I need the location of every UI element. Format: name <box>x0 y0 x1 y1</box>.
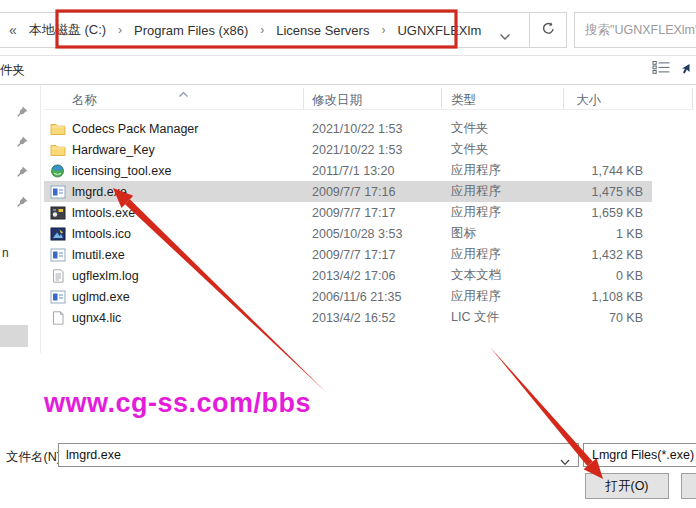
log-file-icon <box>50 268 66 283</box>
refresh-button[interactable] <box>529 12 567 48</box>
table-row[interactable]: ugflexlm.log2013/4/2 17:06文本文档0 KB <box>44 265 652 286</box>
file-date-cell: 2021/10/22 1:53 <box>312 122 402 136</box>
view-dropdown-arrow-icon[interactable] <box>677 61 691 79</box>
file-date-cell: 2009/7/7 17:17 <box>312 248 395 262</box>
file-name-cell: lmutil.exe <box>72 248 125 262</box>
file-type-cell: LIC 文件 <box>451 309 499 326</box>
search-input-text: 搜索"UGNXFLEXlm" <box>585 22 696 39</box>
file-size-cell: 0 KB <box>514 269 643 283</box>
pin-icon[interactable] <box>16 134 29 152</box>
column-separator[interactable] <box>563 88 564 110</box>
header-underline <box>44 109 694 110</box>
file-type-cell: 文本文档 <box>451 267 501 284</box>
file-name-cell: lmgrd.exe <box>72 185 127 199</box>
file-date-cell: 2009/7/7 17:16 <box>312 185 395 199</box>
file-name-cell: ugnx4.lic <box>72 311 121 325</box>
file-name-cell: Hardware_Key <box>72 143 155 157</box>
filename-input[interactable]: lmgrd.exe <box>58 443 579 467</box>
sidebar-selected-fragment[interactable] <box>0 325 28 347</box>
file-name-cell: Codecs Pack Manager <box>72 122 198 136</box>
breadcrumb: 本地磁盘 (C:)›Program Files (x86)›License Se… <box>17 21 481 39</box>
file-size-cell: 70 KB <box>514 311 643 325</box>
file-size-cell: 1,475 KB <box>514 185 643 199</box>
table-row[interactable]: ugnx4.lic2013/4/2 16:52LIC 文件70 KB <box>44 307 652 328</box>
file-date-cell: 2013/4/2 16:52 <box>312 311 395 325</box>
refresh-icon <box>541 21 556 40</box>
details-view-icon[interactable] <box>652 60 672 79</box>
file-size-cell: 1 KB <box>514 227 643 241</box>
breadcrumb-separator-icon: › <box>381 23 385 37</box>
file-name-cell: lmtools.exe <box>72 206 135 220</box>
table-row[interactable]: uglmd.exe2006/11/6 21:35应用程序1,108 KB <box>44 286 652 307</box>
file-type-cell: 图标 <box>451 225 476 242</box>
blank-file-icon <box>50 310 66 325</box>
table-row[interactable]: lmtools.exe2009/7/7 17:17应用程序1,659 KB <box>44 202 652 223</box>
table-row[interactable]: lmutil.exe2009/7/7 17:17应用程序1,432 KB <box>44 244 652 265</box>
column-header-name[interactable]: 名称 <box>72 92 97 109</box>
table-row[interactable]: licensing_tool.exe2011/7/1 13:20应用程序1,74… <box>44 160 652 181</box>
file-name-cell: uglmd.exe <box>72 290 130 304</box>
file-type-cell: 文件夹 <box>451 141 489 158</box>
column-separator[interactable] <box>303 88 304 110</box>
file-type-cell: 应用程序 <box>451 246 501 263</box>
search-input[interactable]: 搜索"UGNXFLEXlm" <box>574 12 696 48</box>
file-type-cell: 应用程序 <box>451 183 501 200</box>
open-file-dialog: « 本地磁盘 (C:)›Program Files (x86)›License … <box>0 0 696 508</box>
app-icon <box>50 184 66 199</box>
file-date-cell: 2009/7/7 17:17 <box>312 206 395 220</box>
filename-label: 文件名(N): <box>6 449 64 466</box>
file-type-cell: 应用程序 <box>451 288 501 305</box>
watermark: www.cg-ss.com/bbs <box>44 388 311 419</box>
file-date-cell: 2006/11/6 21:35 <box>312 290 401 304</box>
file-type-cell: 应用程序 <box>451 204 501 221</box>
column-header-date[interactable]: 修改日期 <box>312 92 362 109</box>
file-size-cell: 1,659 KB <box>514 206 643 220</box>
breadcrumb-item[interactable]: UGNXFLEXlm <box>397 23 481 38</box>
pin-icon[interactable] <box>16 164 29 182</box>
file-table: Codecs Pack Manager2021/10/22 1:53文件夹Har… <box>44 118 652 328</box>
table-row[interactable]: Codecs Pack Manager2021/10/22 1:53文件夹 <box>44 118 652 139</box>
table-row[interactable]: Hardware_Key2021/10/22 1:53文件夹 <box>44 139 652 160</box>
toolbar-divider <box>0 84 696 85</box>
breadcrumb-item[interactable]: 本地磁盘 (C:) <box>29 21 106 39</box>
toolbar <box>0 56 696 84</box>
filename-dropdown-chevron-icon[interactable] <box>560 452 570 470</box>
table-row[interactable]: lmgrd.exe2009/7/7 17:16应用程序1,475 KB <box>44 181 652 202</box>
breadcrumb-item[interactable]: Program Files (x86) <box>134 23 248 38</box>
file-size-cell: 1,108 KB <box>514 290 643 304</box>
column-header-size[interactable]: 大小 <box>576 92 601 109</box>
filetype-value: Lmgrd Files(*.exe) <box>592 448 694 462</box>
file-type-cell: 应用程序 <box>451 162 501 179</box>
column-separator[interactable] <box>441 88 442 110</box>
tool-app-icon <box>50 205 66 220</box>
new-folder-button-partial[interactable]: 件夹 <box>0 62 25 79</box>
file-name-cell: lmtools.ico <box>72 227 131 241</box>
pin-icon[interactable] <box>16 194 29 212</box>
file-type-cell: 文件夹 <box>451 120 489 137</box>
file-date-cell: 2011/7/1 13:20 <box>312 164 394 178</box>
filetype-select[interactable]: Lmgrd Files(*.exe) <box>583 443 696 467</box>
folder-icon <box>50 142 66 157</box>
file-name-cell: licensing_tool.exe <box>72 164 171 178</box>
nav-pane-divider <box>40 85 41 353</box>
app-icon <box>50 247 66 262</box>
address-bar[interactable]: « 本地磁盘 (C:)›Program Files (x86)›License … <box>0 12 530 48</box>
breadcrumb-separator-icon: › <box>260 23 264 37</box>
breadcrumb-collapse-icon[interactable]: « <box>9 22 17 38</box>
open-button[interactable]: 打开(O) <box>585 473 669 499</box>
breadcrumb-separator-icon: › <box>118 23 122 37</box>
file-date-cell: 2005/10/28 3:53 <box>312 227 402 241</box>
folder-icon <box>50 121 66 136</box>
address-dropdown-chevron-icon[interactable] <box>499 27 511 45</box>
column-header-type[interactable]: 类型 <box>451 92 476 109</box>
breadcrumb-item[interactable]: License Servers <box>276 23 369 38</box>
pin-icon[interactable] <box>16 104 29 122</box>
cancel-button-partial[interactable] <box>681 473 696 499</box>
column-separator[interactable] <box>692 88 693 110</box>
image-icon <box>50 226 66 241</box>
file-date-cell: 2021/10/22 1:53 <box>312 143 402 157</box>
file-name-cell: ugflexlm.log <box>72 269 139 283</box>
table-row[interactable]: lmtools.ico2005/10/28 3:53图标1 KB <box>44 223 652 244</box>
sort-ascending-icon <box>178 84 189 102</box>
sidebar-item-partial-label[interactable]: n <box>2 246 9 260</box>
